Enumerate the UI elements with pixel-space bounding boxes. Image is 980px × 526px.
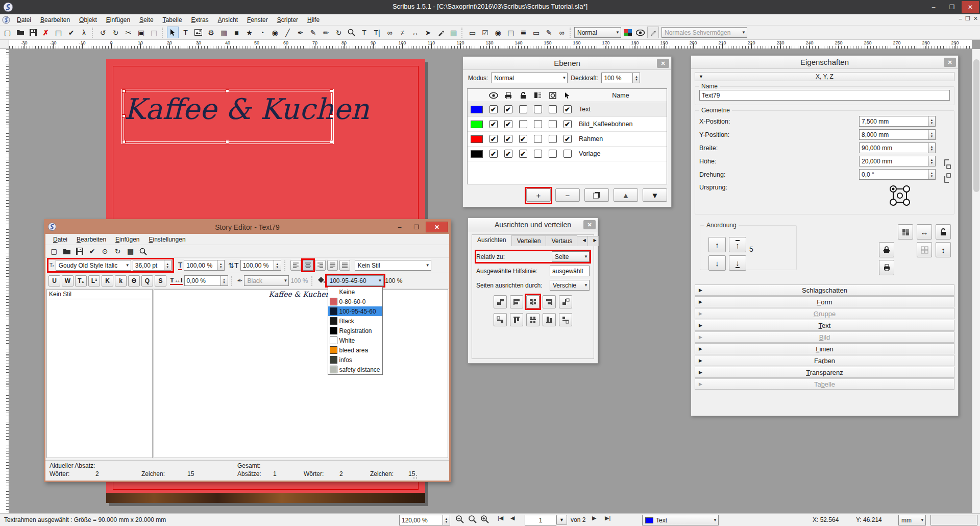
unit-combo[interactable]: mm▼ [898, 515, 926, 525]
preview-mode-eye-icon[interactable] [634, 27, 646, 38]
resize-handle[interactable] [226, 140, 229, 144]
spin-arrows-icon[interactable]: ▲▼ [928, 116, 936, 127]
horizontal-ruler[interactable]: -30-20-100102030405060708090100110120130… [9, 40, 972, 49]
layer-checkbox[interactable]: ✔ [501, 120, 516, 128]
pdf-text-field-icon[interactable]: ▭ [530, 27, 542, 38]
paragraph-style-column[interactable]: Kein Stil [46, 289, 153, 458]
se-menu-datei[interactable]: Datei [48, 235, 72, 244]
width-spinner[interactable]: 90,000 mm▲▼ [859, 142, 936, 153]
align-center-button[interactable] [303, 260, 313, 271]
ruler-origin-corner[interactable] [0, 40, 9, 49]
layer-checkbox[interactable] [545, 150, 560, 158]
align-force-justify-button[interactable] [339, 260, 350, 271]
story-text-area[interactable]: Kaffee & Kuchen [154, 289, 448, 458]
lower-layer-button[interactable]: ▼ [643, 188, 667, 202]
raise-layer-button[interactable]: ▲ [614, 188, 638, 202]
resize-handle[interactable] [122, 89, 126, 93]
layer-checkbox[interactable]: ✔ [560, 105, 575, 113]
lower-button[interactable]: ↓ [708, 255, 726, 271]
insert-image-frame-icon[interactable] [192, 27, 204, 38]
color-option[interactable]: 0-80-60-0 [328, 297, 382, 306]
rotation-spinner[interactable]: 0,0 °▲▼ [859, 169, 936, 180]
selected-guide-field[interactable]: ausgewählt [550, 266, 590, 276]
pdf-annotation-icon[interactable]: ✎ [543, 27, 555, 38]
align-left-button[interactable] [290, 260, 301, 271]
paragraph-style-combo[interactable]: Kein Stil▼ [355, 260, 431, 271]
eye-dropper-icon[interactable] [435, 27, 447, 38]
pdf-push-button-icon[interactable]: ▭ [467, 27, 478, 38]
se-menu-bearbeiten[interactable]: Bearbeiten [72, 235, 111, 244]
section-farben[interactable]: ▶Farben [695, 355, 954, 366]
spin-arrows-icon[interactable]: ▲▼ [928, 142, 936, 153]
menu-scripter[interactable]: Scripter [273, 15, 303, 25]
tracking-spinner[interactable]: 0,00 %▲▼ [184, 275, 228, 286]
spin-arrows-icon[interactable]: ▲▼ [928, 169, 936, 180]
flip-horizontal-icon[interactable]: ↔ [917, 224, 932, 240]
cut-icon[interactable]: ✂ [122, 27, 134, 38]
layer-checkbox[interactable]: ✔ [560, 120, 575, 128]
load-from-file-icon[interactable] [61, 246, 72, 257]
superscript-button[interactable]: L¹ [88, 275, 100, 286]
blend-mode-combo[interactable]: Normal▼ [491, 73, 568, 83]
align-tops-button[interactable] [510, 313, 523, 326]
y-position-spinner[interactable]: 8,000 mm▲▼ [859, 129, 936, 140]
copy-icon[interactable]: ▣ [135, 27, 147, 38]
layer-row[interactable]: ✔✔✔✔Rahmen [468, 132, 667, 147]
clear-all-text-icon[interactable]: ▢ [48, 246, 60, 257]
story-editor-titlebar[interactable]: Story Editor - Text79 – ❐ ✕ [45, 221, 449, 234]
se-menu-einstellungen[interactable]: Einstellungen [144, 235, 190, 244]
page-spin-down-icon[interactable]: ▼ [556, 515, 567, 525]
resize-handle[interactable] [122, 140, 126, 144]
insert-polygon-icon[interactable]: ★ [243, 27, 255, 38]
menu-extras[interactable]: Extras [187, 15, 213, 25]
align-bottoms-button[interactable] [543, 313, 556, 326]
align-right-button[interactable] [315, 260, 326, 271]
insert-arc-icon[interactable]: ◔ [256, 27, 268, 38]
align-justify-button[interactable] [327, 260, 338, 271]
insert-bezier-icon[interactable]: ✒ [295, 27, 306, 38]
align-pages-combo[interactable]: Verschie▼ [550, 280, 590, 291]
ungroup-items-icon[interactable] [917, 242, 932, 257]
vision-defect-combo[interactable]: Normales Sehvermögen▼ [662, 27, 747, 38]
scale-width-spinner[interactable]: 100,00 %▲▼ [184, 260, 225, 271]
layer-checkbox[interactable]: ✔ [516, 135, 530, 143]
close-icon[interactable]: ✕ [657, 59, 669, 68]
layer-checkbox[interactable]: ✔ [486, 105, 501, 113]
align-left-to-right-anchor-button[interactable] [559, 295, 572, 308]
open-document-icon[interactable] [14, 27, 26, 38]
section-transparenz[interactable]: ▶Transparenz [695, 367, 954, 378]
maximize-button[interactable]: ❐ [409, 222, 424, 232]
color-option[interactable]: White [328, 336, 382, 345]
minimize-button[interactable]: – [925, 1, 942, 13]
minimize-button[interactable]: – [392, 222, 407, 232]
update-text-frame-icon[interactable]: ▤ [125, 246, 136, 257]
menu-tabelle[interactable]: Tabelle [158, 15, 187, 25]
story-text[interactable]: Kaffee & Kuchen [154, 290, 445, 298]
insert-table-icon[interactable]: ▦ [218, 27, 230, 38]
shadow-text-button[interactable]: S [155, 275, 166, 286]
redo-icon[interactable]: ↻ [110, 27, 121, 38]
underline-button[interactable]: U [48, 275, 60, 286]
print-icon[interactable]: ▤ [53, 27, 64, 38]
unlink-text-frames-icon[interactable]: ≠ [397, 27, 408, 38]
tab-scroll-left-icon[interactable]: ◀ [577, 236, 588, 246]
tab-ausrichten[interactable]: Ausrichten [472, 234, 512, 246]
resize-handle[interactable] [122, 114, 126, 118]
insert-render-frame-icon[interactable]: ⚙ [205, 27, 217, 38]
menu-seite[interactable]: Seite [135, 15, 158, 25]
close-icon[interactable]: ✕ [944, 58, 956, 67]
section-linien[interactable]: ▶Linien [695, 343, 954, 354]
add-layer-button[interactable]: + [526, 188, 551, 202]
maximize-button[interactable]: ❐ [943, 1, 961, 13]
insert-line-icon[interactable]: ╱ [282, 27, 293, 38]
reload-text-icon[interactable]: ↻ [112, 246, 124, 257]
resize-handle[interactable] [330, 114, 333, 118]
zoom-icon[interactable] [346, 27, 357, 38]
relative-to-combo[interactable]: Seite▼ [552, 251, 590, 262]
lock-size-icon[interactable] [879, 242, 894, 257]
font-size-spinner[interactable]: 36,00 pt ▲▼ [133, 260, 172, 271]
layer-checkbox[interactable] [560, 150, 575, 158]
item-name-field[interactable]: Text79 [699, 90, 950, 101]
color-option[interactable]: infos [328, 355, 382, 365]
pdf-listbox-icon[interactable]: ≣ [518, 27, 529, 38]
